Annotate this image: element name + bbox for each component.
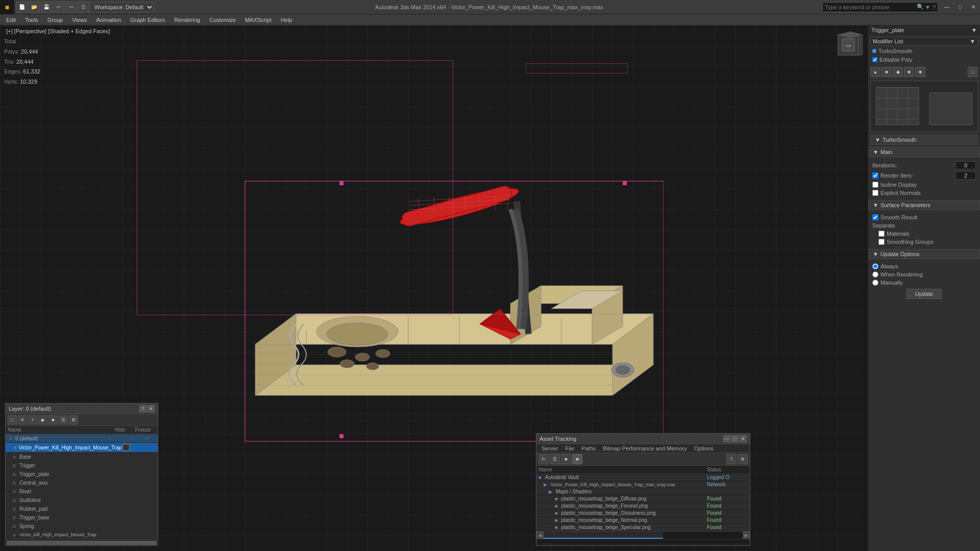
dropdown-arrow[interactable]: ▼	[971, 27, 977, 33]
menu-rendering[interactable]: Rendering	[170, 14, 204, 26]
display-mode-btn[interactable]: □	[968, 67, 978, 77]
smoothing-groups-checkbox[interactable]	[878, 239, 885, 245]
main-section-header[interactable]: ▼ Main	[868, 147, 980, 157]
asset-menu-server[interactable]: Server	[538, 444, 561, 453]
render-iters-checkbox[interactable]	[872, 172, 878, 179]
modifier-list-header[interactable]: Modifier List ▼	[870, 37, 978, 46]
asset-row-normal[interactable]: ■ plastic_mousetrap_beige_Normal.png Fou…	[536, 517, 750, 524]
edge-btn[interactable]: ■	[904, 67, 914, 77]
iterations-input[interactable]	[955, 161, 976, 169]
layer-highlight-btn[interactable]: ■	[48, 415, 58, 424]
menu-tools[interactable]: Tools	[21, 14, 42, 26]
menu-views[interactable]: Views	[68, 14, 91, 26]
layer-properties-btn[interactable]: ☰	[59, 415, 68, 424]
layer-item-trigger-plate[interactable]: ▷ Trigger_plate	[6, 470, 158, 479]
turbosmooth-rollout-header[interactable]: ▼ TurboSmooth	[870, 135, 978, 145]
asset-list-btn[interactable]: ☰	[550, 454, 560, 464]
layer-select-btn[interactable]: ▶	[38, 415, 47, 424]
layer-item-selected[interactable]: ■ Victor_Power_Kill_High_Impact_Mouse_Tr…	[6, 443, 158, 453]
layers-panel-titlebar[interactable]: Layer: 0 (default) ? ✕	[6, 404, 158, 414]
layer-settings-btn[interactable]: ⚙	[69, 415, 78, 424]
menu-animation[interactable]: Animation	[92, 14, 125, 26]
asset-menu-options[interactable]: Options	[691, 444, 717, 453]
asset-minimize-btn[interactable]: —	[723, 435, 730, 442]
new-btn[interactable]: 📄	[16, 2, 28, 13]
menu-customize[interactable]: Customize	[205, 14, 240, 26]
asset-panel-titlebar[interactable]: Asset Tracking — □ ✕	[536, 434, 750, 444]
materials-checkbox[interactable]	[878, 231, 885, 237]
close-button[interactable]: ✕	[967, 0, 980, 14]
layer-add-btn[interactable]: +	[28, 415, 37, 424]
options-btn[interactable]: ☰	[78, 2, 89, 13]
layer-item-victor[interactable]: ▷ Victor_Kill_High_Impact_Mouse_Trap	[6, 531, 158, 539]
asset-row-glossiness[interactable]: ■ plastic_mousetrap_beige_Glossiness.png…	[536, 510, 750, 517]
asset-help-btn[interactable]: ?	[726, 454, 737, 464]
asset-menu-bitmap[interactable]: Bitmap Performance and Memory	[600, 444, 690, 453]
asset-menu-file[interactable]: File	[562, 444, 577, 453]
layer-frz-default[interactable]: ○	[120, 436, 145, 441]
layer-item-guillotine[interactable]: ▷ Guillotine	[6, 496, 158, 505]
layer-item-trigger-base[interactable]: ▷ Trigger_base	[6, 513, 158, 522]
layer-expand-default[interactable]: ✓	[145, 436, 156, 441]
asset-details-btn[interactable]: ■	[561, 454, 571, 464]
menu-maxscript[interactable]: MAXScript	[241, 14, 276, 26]
asset-sort-btn[interactable]: ■	[572, 454, 582, 464]
layer-item-rubber-pad[interactable]: ▷ Rubber_pad	[6, 505, 158, 513]
asset-settings-btn[interactable]: ⚙	[738, 454, 748, 464]
manually-radio[interactable]	[872, 280, 878, 286]
asset-scroll-track[interactable]	[544, 532, 743, 538]
workspace-dropdown[interactable]: Workspace: DefaultWorkspace: Default	[90, 2, 154, 12]
layer-vis-default[interactable]: ○	[100, 436, 120, 441]
viewport[interactable]: [+] [Perspective] [Shaded + Edged Faces]…	[0, 26, 868, 551]
asset-row-fresnel[interactable]: ■ plastic_mousetrap_beige_Fresnel.png Fo…	[536, 503, 750, 510]
layer-item-default[interactable]: □ 0 (default) ○ ○ ✓	[6, 434, 158, 443]
layer-toggle-selected[interactable]	[122, 444, 129, 451]
always-radio[interactable]	[872, 263, 878, 269]
undo-btn[interactable]: ↩	[53, 2, 64, 13]
layers-scroll-thumb[interactable]	[7, 541, 157, 545]
asset-row-maps[interactable]: ▶ Maps / Shaders	[536, 488, 750, 495]
menu-edit[interactable]: Edit	[2, 14, 20, 26]
maximize-button[interactable]: □	[953, 0, 967, 14]
asset-scrollbar[interactable]: ◀ ▶	[536, 531, 750, 538]
search-help-icon[interactable]: ?	[933, 4, 936, 10]
when-rendering-radio[interactable]	[872, 271, 878, 278]
menu-group[interactable]: Group	[43, 14, 67, 26]
face-btn[interactable]: ■	[915, 67, 925, 77]
asset-row-vault[interactable]: ■ Autodesk Vault Logged O	[536, 474, 750, 481]
asset-row-diffuse[interactable]: ■ plastic_mousetrap_beige_Diffuse.png Fo…	[536, 495, 750, 503]
modifier-editable-poly[interactable]: Editable Poly	[870, 56, 978, 64]
update-options-header[interactable]: ▼ Update Options	[868, 249, 980, 259]
asset-scroll-right[interactable]: ▶	[743, 532, 750, 539]
search-input[interactable]	[825, 4, 917, 10]
layers-help-btn[interactable]: ?	[139, 405, 146, 412]
menu-help[interactable]: Help	[277, 14, 297, 26]
update-button[interactable]: Update	[906, 289, 942, 299]
redo-btn[interactable]: ↪	[65, 2, 77, 13]
edgeloop-btn[interactable]: ■	[881, 67, 892, 77]
search-options-icon[interactable]: ▼	[925, 4, 930, 10]
layer-item-central-axis[interactable]: ▷ Central_axis	[6, 479, 158, 487]
menu-graph-editors[interactable]: Graph Editors	[126, 14, 169, 26]
smooth-result-checkbox[interactable]	[872, 214, 878, 220]
asset-restore-btn[interactable]: □	[731, 435, 739, 442]
layer-item-trigger[interactable]: ▷ Trigger	[6, 461, 158, 470]
vertex-btn[interactable]: ◆	[893, 67, 903, 77]
layer-item-rivet[interactable]: ▷ Rivet	[6, 487, 158, 496]
modifier-turbosmooth[interactable]: TurboSmooth	[870, 47, 978, 56]
asset-refresh-btn[interactable]: ↻	[538, 454, 549, 464]
layers-close-btn[interactable]: ✕	[148, 405, 155, 412]
asset-row-file[interactable]: ▶ Victor_Power_Kill_High_Impact_Mouse_Tr…	[536, 481, 750, 488]
asset-menu-paths[interactable]: Paths	[578, 444, 599, 453]
open-btn[interactable]: 📂	[29, 2, 40, 13]
isoline-checkbox[interactable]	[872, 182, 878, 188]
layer-new-btn[interactable]: □	[8, 415, 17, 424]
asset-row-specular[interactable]: ■ plastic_mousetrap_beige_Specular.png F…	[536, 524, 750, 531]
pin-btn[interactable]: ▲	[870, 67, 880, 77]
modifier-checkbox[interactable]	[872, 57, 877, 62]
layer-delete-btn[interactable]: ✕	[18, 415, 27, 424]
save-btn[interactable]: 💾	[41, 2, 52, 13]
explicit-normals-checkbox[interactable]	[872, 190, 878, 196]
surface-params-header[interactable]: ▼ Surface Parameters	[868, 200, 980, 210]
minimize-button[interactable]: —	[940, 0, 953, 14]
